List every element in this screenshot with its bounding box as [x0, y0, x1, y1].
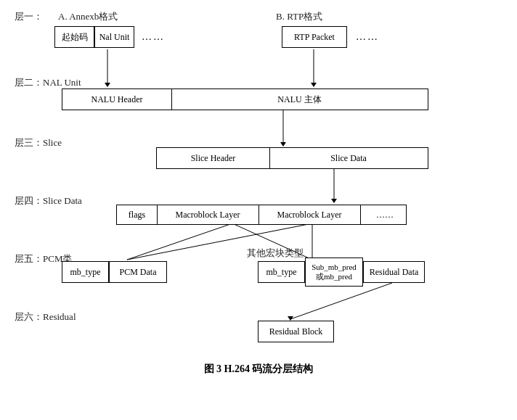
slice-combined-box: Slice Header Slice Data	[156, 147, 428, 169]
qishima-box: 起始码	[54, 26, 94, 48]
layer1-label: 层一：	[15, 10, 43, 23]
rtp-packet-box: RTP Packet	[282, 26, 347, 48]
svg-marker-5	[280, 142, 286, 147]
slice-header-label: Slice Header	[157, 153, 269, 164]
svg-marker-1	[105, 83, 110, 87]
residual-data-box: Residual Data	[363, 261, 425, 283]
layer2-label: 层二：NAL Unit	[15, 76, 81, 89]
dots1: ……	[142, 31, 165, 43]
svg-line-8	[127, 223, 232, 260]
mb-type-pcm-box: mb_type	[62, 261, 109, 283]
svg-line-12	[290, 283, 392, 319]
svg-marker-7	[331, 199, 337, 203]
mb-type-other-box: mb_type	[258, 261, 305, 283]
pcm-data-box: PCM Data	[109, 261, 167, 283]
slicedata-combined-box: flags Macroblock Layer Macroblock Layer …	[116, 205, 407, 225]
nalu-body-label: NALU 主体	[171, 94, 428, 106]
macroblock2-label: Macroblock Layer	[258, 210, 360, 221]
dots3: ……	[364, 210, 406, 221]
flags-label: flags	[117, 210, 157, 221]
nalu-combined-box: NALU Header NALU 主体	[62, 88, 428, 110]
caption: 图 3 H.264 码流分层结构	[15, 363, 502, 376]
nalu-header-label: NALU Header	[62, 94, 171, 105]
nalunit-small-box: Nal Unit	[94, 26, 134, 48]
layer4-label: 层四：Slice Data	[15, 194, 82, 207]
sub-mb-pred-box: Sub_mb_pred 或mb_pred	[305, 258, 363, 287]
macroblock1-label: Macroblock Layer	[157, 210, 258, 221]
layer5-other-label: 其他宏块类型	[247, 247, 304, 260]
diagram-container: 层一： A. Annexb格式 B. RTP格式 起始码 Nal Unit ………	[0, 0, 517, 398]
layer6-label: 层六：Residual	[15, 310, 76, 324]
dots2: ……	[356, 31, 379, 43]
layer1a-label: A. Annexb格式	[58, 10, 118, 23]
layer3-label: 层三：Slice	[15, 136, 62, 149]
slice-data-label: Slice Data	[269, 153, 428, 164]
residual-block-box: Residual Block	[258, 321, 334, 342]
layer1b-label: B. RTP格式	[276, 10, 322, 23]
svg-marker-3	[311, 83, 317, 87]
